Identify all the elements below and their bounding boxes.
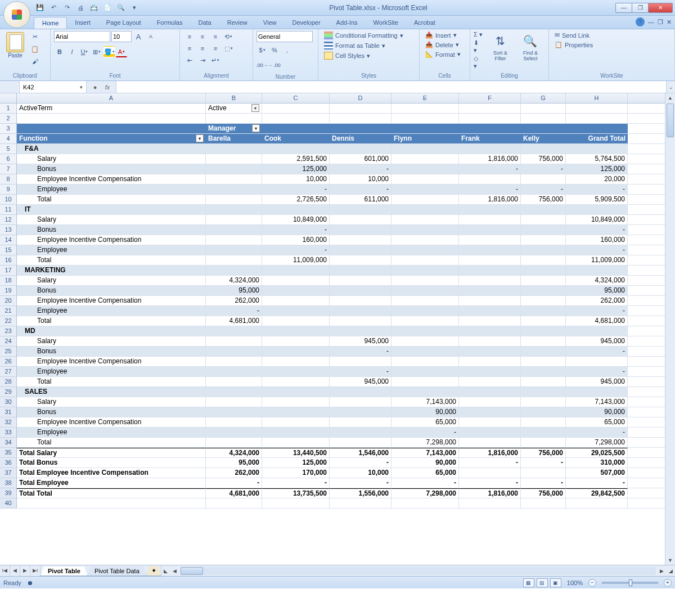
- orientation-icon[interactable]: ⟲: [222, 31, 235, 42]
- cell[interactable]: 945,000: [566, 336, 628, 346]
- cell[interactable]: [566, 357, 628, 366]
- cell[interactable]: 7,298,000: [566, 438, 628, 447]
- insert-cells-button[interactable]: 📥 Insert ▾: [423, 31, 463, 39]
- cell[interactable]: [566, 124, 628, 133]
- cell[interactable]: [206, 407, 262, 417]
- qat-customize-icon[interactable]: ▾: [128, 2, 141, 14]
- cell[interactable]: [330, 225, 392, 235]
- cell[interactable]: [459, 367, 521, 376]
- undo-icon[interactable]: ↶: [47, 2, 60, 14]
- macro-record-icon[interactable]: ⏺: [27, 579, 33, 586]
- cell[interactable]: [262, 316, 330, 326]
- cell[interactable]: [392, 347, 459, 356]
- cell[interactable]: -: [566, 225, 628, 235]
- cell[interactable]: 65,000: [392, 417, 459, 427]
- fill-color-button[interactable]: 🪣: [104, 46, 115, 57]
- cell[interactable]: [521, 296, 566, 305]
- scroll-thumb[interactable]: [667, 104, 674, 137]
- cell[interactable]: Employee: [17, 306, 206, 316]
- row-header-4[interactable]: 4: [0, 134, 16, 144]
- cell[interactable]: Employee Incentive Compensation: [17, 357, 206, 366]
- cell[interactable]: 10,000: [330, 174, 392, 184]
- cell[interactable]: [262, 407, 330, 417]
- cell[interactable]: [330, 276, 392, 285]
- border-button[interactable]: ⊞: [91, 46, 102, 57]
- cell[interactable]: [262, 296, 330, 305]
- tab-acrobat[interactable]: Acrobat: [406, 17, 443, 29]
- cell[interactable]: [566, 326, 628, 336]
- cell[interactable]: [521, 174, 566, 184]
- cell[interactable]: Bonus: [17, 225, 206, 235]
- cell[interactable]: Cook: [262, 134, 330, 143]
- cell[interactable]: [459, 205, 521, 214]
- row-header-29[interactable]: 29: [0, 387, 16, 397]
- cell[interactable]: [392, 195, 459, 204]
- cell[interactable]: [262, 417, 330, 427]
- cell[interactable]: Total: [17, 316, 206, 326]
- cell[interactable]: -: [392, 478, 459, 488]
- row-header-16[interactable]: 16: [0, 255, 16, 266]
- cell[interactable]: 90,000: [566, 407, 628, 417]
- hscroll-thumb[interactable]: [181, 567, 203, 575]
- page-layout-view-icon[interactable]: ▤: [537, 578, 548, 587]
- cell[interactable]: Total: [17, 438, 206, 447]
- cell[interactable]: [459, 387, 521, 397]
- row-header-20[interactable]: 20: [0, 296, 16, 306]
- cell[interactable]: [521, 255, 566, 265]
- cell[interactable]: Salary: [17, 336, 206, 346]
- cell[interactable]: 65,000: [392, 468, 459, 478]
- cell[interactable]: -: [521, 185, 566, 194]
- sheet-tab-pivot-table-data[interactable]: Pivot Table Data: [87, 566, 147, 576]
- cell[interactable]: Total: [17, 255, 206, 265]
- cell[interactable]: -: [262, 225, 330, 235]
- cell[interactable]: [459, 276, 521, 285]
- cell[interactable]: [392, 225, 459, 235]
- page-break-view-icon[interactable]: ▣: [550, 578, 561, 587]
- cell[interactable]: [392, 377, 459, 386]
- cell[interactable]: 160,000: [262, 235, 330, 245]
- cell[interactable]: [521, 114, 566, 123]
- col-header-G[interactable]: G: [521, 93, 566, 103]
- cell[interactable]: 65,000: [566, 417, 628, 427]
- cell[interactable]: [262, 114, 330, 123]
- sort-filter-button[interactable]: ⇅ Sort & Filter: [487, 31, 514, 62]
- cell[interactable]: [459, 215, 521, 224]
- cell[interactable]: Employee: [17, 245, 206, 255]
- font-size-select[interactable]: [111, 31, 132, 42]
- formula-input[interactable]: [116, 81, 666, 93]
- cell[interactable]: -: [330, 164, 392, 174]
- underline-button[interactable]: U: [79, 46, 90, 57]
- cell[interactable]: 125,000: [566, 164, 628, 174]
- cell[interactable]: Salary: [17, 397, 206, 407]
- zoom-slider[interactable]: [602, 582, 658, 584]
- align-right-icon[interactable]: ≡: [209, 43, 222, 54]
- cell[interactable]: [392, 104, 459, 113]
- tab-developer[interactable]: Developer: [284, 17, 328, 29]
- cell[interactable]: [17, 114, 206, 123]
- cell[interactable]: [521, 367, 566, 376]
- cell[interactable]: [521, 144, 566, 154]
- cells-area[interactable]: ActiveTermActive▾Manager▾Function▾Barell…: [17, 104, 665, 509]
- scroll-left-icon[interactable]: ◀: [170, 568, 179, 574]
- align-left-icon[interactable]: ≡: [183, 43, 196, 54]
- cell[interactable]: [459, 336, 521, 346]
- row-header-10[interactable]: 10: [0, 195, 16, 205]
- cell[interactable]: [330, 114, 392, 123]
- percent-format-icon[interactable]: %: [269, 44, 280, 56]
- cell[interactable]: [330, 215, 392, 224]
- cell[interactable]: 11,009,000: [566, 255, 628, 265]
- cell[interactable]: [521, 286, 566, 295]
- cell[interactable]: 95,000: [206, 458, 262, 467]
- tab-add-ins[interactable]: Add-Ins: [328, 17, 366, 29]
- cell[interactable]: [459, 286, 521, 295]
- row-header-30[interactable]: 30: [0, 397, 16, 407]
- cell[interactable]: Employee Incentive Compensation: [17, 174, 206, 184]
- row-header-15[interactable]: 15: [0, 245, 16, 255]
- cell[interactable]: [392, 174, 459, 184]
- cell[interactable]: [392, 114, 459, 123]
- cell[interactable]: Employee Incentive Compensation: [17, 417, 206, 427]
- cell[interactable]: [566, 498, 628, 508]
- cell[interactable]: 945,000: [566, 377, 628, 386]
- row-header-19[interactable]: 19: [0, 286, 16, 296]
- cell[interactable]: [521, 326, 566, 336]
